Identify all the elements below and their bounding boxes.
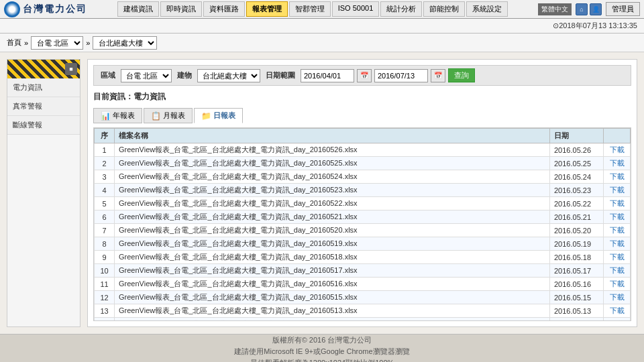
cell-num: 8 — [95, 237, 115, 251]
nav-item-tongji[interactable]: 統計分析 — [380, 1, 422, 17]
tab-day[interactable]: 📁 日報表 — [194, 108, 243, 123]
breadcrumb-region-dropdown[interactable]: 台電 北區 — [31, 36, 83, 50]
cell-num: 7 — [95, 224, 115, 237]
download-link[interactable]: 下載 — [610, 320, 625, 321]
cell-num: 6 — [95, 210, 115, 224]
region-dropdown[interactable]: 台電 北區 — [121, 69, 172, 82]
cell-download[interactable]: 下載 — [604, 264, 631, 278]
col-header-date: 日期 — [550, 129, 604, 143]
download-link[interactable]: 下載 — [610, 266, 625, 274]
cell-download[interactable]: 下載 — [604, 197, 631, 210]
sidebar-header: ■ — [7, 60, 80, 78]
user-button[interactable]: 管理員 — [606, 2, 640, 16]
cell-filename: GreenView報表_台電_北區_台北絕處大樓_電力資訊_day_201605… — [115, 210, 550, 224]
cell-download[interactable]: 下載 — [604, 210, 631, 224]
calendar-end-icon[interactable]: 📅 — [431, 69, 445, 82]
cell-date: 2016.05.22 — [550, 197, 604, 210]
download-link[interactable]: 下載 — [610, 186, 625, 194]
nav-item-xitong[interactable]: 系統設定 — [466, 1, 508, 17]
table-row: 3 GreenView報表_台電_北區_台北絕處大樓_電力資訊_day_2016… — [95, 170, 631, 184]
company-name: 台灣電力公司 — [23, 3, 87, 15]
cell-download[interactable]: 下載 — [604, 143, 631, 157]
sidebar-item-power[interactable]: 電力資訊 — [7, 78, 80, 97]
logo-icon — [4, 1, 20, 17]
cell-download[interactable]: 下載 — [604, 291, 631, 304]
download-link[interactable]: 下載 — [610, 253, 625, 261]
table-row: 1 GreenView報表_台電_北區_台北絕處大樓_電力資訊_day_2016… — [95, 143, 631, 157]
col-header-num: 序 — [95, 129, 115, 143]
datetime-bar: ⊙ 2018年07月13 13:13:35 — [0, 19, 644, 34]
cell-download[interactable]: 下載 — [604, 318, 631, 322]
nav-item-iso[interactable]: ISO 50001 — [332, 1, 380, 17]
date-end-input[interactable] — [374, 69, 428, 82]
cell-num: 14 — [95, 318, 115, 322]
clock-icon: ⊙ — [553, 21, 559, 30]
cell-date: 2016.05.17 — [550, 264, 604, 278]
cell-filename: GreenView報表_台電_北區_台北絕處大樓_電力資訊_day_201605… — [115, 278, 550, 291]
download-link[interactable]: 下載 — [610, 199, 625, 207]
region-label: 區域 — [98, 69, 118, 82]
breadcrumb-home[interactable]: 首頁 — [7, 38, 21, 48]
download-link[interactable]: 下載 — [610, 172, 625, 180]
nav-menu: 建檔資訊 即時資訊 資料匯路 報表管理 智郡管理 ISO 50001 統計分析 … — [117, 1, 508, 17]
download-link[interactable]: 下載 — [610, 280, 625, 288]
cell-download[interactable]: 下載 — [604, 170, 631, 184]
download-link[interactable]: 下載 — [610, 159, 625, 167]
cell-download[interactable]: 下載 — [604, 224, 631, 237]
footer: 版權所有© 2016 台灣電力公司 建請使用Microsoft IE 9+或Go… — [0, 334, 644, 362]
main-area: ■ 電力資訊 真常警報 斷線警報 區域 台電 北區 建物 台北絕處大樓 日期範圍… — [0, 52, 644, 334]
nav-item-zhijun[interactable]: 智郡管理 — [289, 1, 331, 17]
cell-num: 13 — [95, 304, 115, 318]
download-link[interactable]: 下載 — [610, 213, 625, 221]
cell-download[interactable]: 下載 — [604, 157, 631, 170]
tab-year[interactable]: 📊 年報表 — [93, 108, 142, 123]
person-icon[interactable]: 👤 — [590, 3, 602, 15]
cell-date: 2016.05.16 — [550, 278, 604, 291]
cell-download[interactable]: 下載 — [604, 304, 631, 318]
lang-button[interactable]: 繁體中文 — [538, 3, 572, 15]
download-link[interactable]: 下載 — [610, 145, 625, 154]
cell-download[interactable]: 下載 — [604, 237, 631, 251]
cell-date: 2016.05.12 — [550, 318, 604, 322]
download-link[interactable]: 下載 — [610, 293, 625, 301]
cell-num: 12 — [95, 291, 115, 304]
tab-month[interactable]: 📋 月報表 — [144, 108, 193, 123]
cell-date: 2016.05.19 — [550, 237, 604, 251]
table-container[interactable]: 序 檔案名稱 日期 1 GreenView報表_台電_北區_台北絕處大樓_電力資… — [93, 127, 631, 321]
cell-num: 1 — [95, 143, 115, 157]
tab-day-label: 日報表 — [213, 111, 235, 121]
table-row: 8 GreenView報表_台電_北區_台北絕處大樓_電力資訊_day_2016… — [95, 237, 631, 251]
nav-item-jiancan[interactable]: 建檔資訊 — [117, 1, 159, 17]
table-row: 14 GreenView報表_台電_北區_台北絕處大樓_電力資訊_day_201… — [95, 318, 631, 322]
download-link[interactable]: 下載 — [610, 239, 625, 247]
cell-num: 3 — [95, 170, 115, 184]
nav-item-baobiao[interactable]: 報表管理 — [246, 1, 288, 17]
building-dropdown[interactable]: 台北絕處大樓 — [197, 69, 260, 82]
download-link[interactable]: 下載 — [610, 306, 625, 314]
cell-date: 2016.05.24 — [550, 170, 604, 184]
date-start-input[interactable] — [301, 69, 354, 82]
cell-download[interactable]: 下載 — [604, 184, 631, 197]
query-button[interactable]: 查詢 — [448, 68, 475, 82]
calendar-start-icon[interactable]: 📅 — [357, 69, 372, 82]
cell-filename: GreenView報表_台電_北區_台北絕處大樓_電力資訊_day_201605… — [115, 184, 550, 197]
cell-download[interactable]: 下載 — [604, 278, 631, 291]
table-row: 12 GreenView報表_台電_北區_台北絕處大樓_電力資訊_day_201… — [95, 291, 631, 304]
cell-download[interactable]: 下載 — [604, 251, 631, 264]
table-row: 7 GreenView報表_台電_北區_台北絕處大樓_電力資訊_day_2016… — [95, 224, 631, 237]
nav-item-jieneng[interactable]: 節能控制 — [423, 1, 465, 17]
cell-filename: GreenView報表_台電_北區_台北絕處大樓_電力資訊_day_201605… — [115, 318, 550, 322]
cell-num: 9 — [95, 251, 115, 264]
cell-filename: GreenView報表_台電_北區_台北絕處大樓_電力資訊_day_201605… — [115, 170, 550, 184]
sidebar-item-alarm[interactable]: 真常警報 — [7, 97, 80, 116]
nav-item-ziliaohuilu[interactable]: 資料匯路 — [203, 1, 245, 17]
nav-item-jishi[interactable]: 即時資訊 — [160, 1, 202, 17]
tab-year-label: 年報表 — [113, 111, 135, 121]
datetime-display: 2018年07月13 13:13:35 — [559, 21, 637, 31]
download-link[interactable]: 下載 — [610, 226, 625, 234]
sidebar-item-disconnect[interactable]: 斷線警報 — [7, 116, 80, 135]
breadcrumb-building-dropdown[interactable]: 台北絕處大樓 — [93, 36, 157, 50]
home-icon[interactable]: ⌂ — [576, 3, 588, 15]
cell-date: 2016.05.23 — [550, 184, 604, 197]
tab-bar: 📊 年報表 📋 月報表 📁 日報表 — [93, 108, 631, 123]
